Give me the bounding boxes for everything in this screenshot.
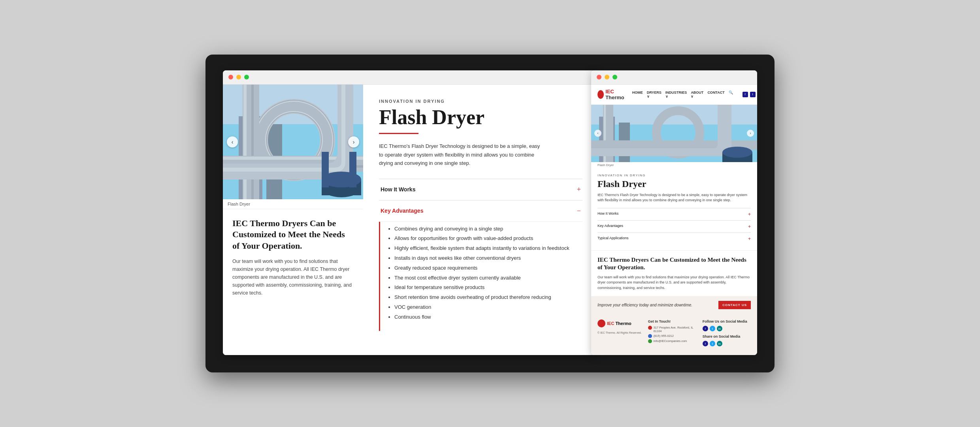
footer-share-icons: f t in	[703, 341, 751, 346]
footer-email: info@IECcompanies.com	[648, 339, 696, 343]
nav-dryers[interactable]: DRYERS ∨	[647, 91, 662, 98]
footer-share-heading: Share on Social Media	[703, 334, 751, 338]
right-customize-body: Our team will work with you to find solu…	[597, 275, 751, 291]
right-footer: IEC Thermo © IEC Thermo. All Rights Rese…	[591, 314, 757, 355]
minimize-dot-r[interactable]	[605, 75, 609, 79]
nav-about[interactable]: ABOUT ∨	[691, 91, 703, 98]
footer-logo-circle	[597, 319, 605, 327]
right-key-advantages[interactable]: Key Advantages +	[597, 220, 751, 232]
logo-circle	[597, 90, 604, 99]
footer-get-in-touch-heading: Get In Touch!	[648, 319, 696, 323]
header-social-icons: f t in	[743, 92, 757, 97]
mail-icon	[648, 339, 652, 343]
left-heading: IEC Thermo Dryers Can be Customized to M…	[232, 218, 354, 252]
right-cta-text: Improve your efficiency today and minimi…	[597, 303, 692, 307]
right-flash-title: Flash Dryer	[597, 179, 751, 189]
facebook-icon[interactable]: f	[743, 92, 748, 97]
svg-rect-9	[243, 85, 247, 199]
location-icon	[648, 326, 652, 330]
chevron-left-icon: ‹	[232, 139, 234, 145]
right-content-area: INNOVATION IN DRYING Flash Dryer IEC The…	[591, 168, 757, 250]
search-icon[interactable]: 🔍	[729, 91, 733, 98]
footer-social: Follow Us on Social Media f t in Share o…	[703, 319, 751, 350]
nav-industries[interactable]: INDUSTRIES ∨	[665, 91, 687, 98]
right-carousel-next[interactable]: ›	[747, 130, 754, 137]
close-dot[interactable]	[228, 75, 233, 79]
left-panel: ‹ › Flash Dryer IEC Thermo Dryers Can be…	[223, 85, 363, 355]
footer-follow-heading: Follow Us on Social Media	[703, 319, 751, 323]
list-item: Installs in days not weeks like other co…	[394, 254, 581, 263]
footer-address-text: 317 Peoples Ave. Rockford, IL 61104	[654, 326, 696, 333]
browser-right: IEC Thermo HOME DRYERS ∨ INDUSTRIES ∨ AB…	[591, 70, 757, 355]
how-it-works-label: How It Works	[381, 186, 415, 193]
right-navigation: IEC Thermo HOME DRYERS ∨ INDUSTRIES ∨ AB…	[591, 85, 757, 105]
left-text-section: IEC Thermo Dryers Can be Customized to M…	[223, 209, 363, 306]
share-linkedin-icon[interactable]: in	[717, 341, 722, 346]
key-advantages-header[interactable]: Key Advantages −	[379, 200, 582, 222]
right-innovation-label: INNOVATION IN DRYING	[597, 174, 751, 177]
maximize-dot[interactable]	[244, 75, 249, 79]
phone-icon	[648, 334, 652, 338]
carousel-next-button[interactable]: ›	[348, 136, 359, 147]
hero-image: ‹ ›	[223, 85, 363, 199]
list-item: Highly efficient, flexible system that a…	[394, 244, 581, 253]
right-customize-section: IEC Thermo Dryers Can be Customized to M…	[591, 250, 757, 297]
carousel-prev-button[interactable]: ‹	[227, 136, 238, 147]
list-item: Combines drying and conveying in a singl…	[394, 225, 581, 233]
left-body: Our team will work with you to find solu…	[232, 257, 354, 297]
footer-linkedin-icon[interactable]: in	[717, 326, 722, 331]
browser-bar-left	[223, 70, 598, 85]
how-it-works-header[interactable]: How It Works +	[379, 179, 582, 200]
right-key-advantages-label: Key Advantages	[597, 224, 623, 229]
svg-rect-17	[322, 152, 329, 187]
contact-us-button[interactable]: CONTACT US	[718, 301, 751, 309]
key-advantages-label: Key Advantages	[381, 208, 423, 214]
page-title: Flash Dryer	[379, 107, 582, 128]
browser-content: ‹ › Flash Dryer IEC Thermo Dryers Can be…	[223, 85, 598, 355]
right-hero-image: ‹ ›	[591, 105, 757, 162]
footer-phone: (815) 955-0212	[648, 334, 696, 338]
right-how-it-works[interactable]: How It Works +	[597, 208, 751, 220]
right-customize-heading: IEC Thermo Dryers Can be Customized to M…	[597, 256, 751, 272]
description-text: IEC Thermo's Flash Dryer Technology is d…	[379, 142, 545, 167]
chevron-right-icon: ›	[353, 139, 355, 145]
key-advantages-body: Combines drying and conveying in a singl…	[379, 222, 582, 331]
share-twitter-icon[interactable]: t	[710, 341, 715, 346]
how-it-works-section: How It Works +	[379, 179, 582, 200]
browser-left: ‹ › Flash Dryer IEC Thermo Dryers Can be…	[223, 70, 598, 355]
footer-follow-icons: f t in	[703, 326, 751, 331]
footer-twitter-icon[interactable]: t	[710, 326, 715, 331]
key-advantages-section: Key Advantages − Combines drying and con…	[379, 200, 582, 331]
footer-facebook-icon[interactable]: f	[703, 326, 708, 331]
close-dot-r[interactable]	[597, 75, 601, 79]
nav-home[interactable]: HOME	[632, 91, 643, 98]
list-item: The most cost effective dryer system cur…	[394, 274, 581, 282]
innovation-label: INNOVATION IN DRYING	[379, 99, 582, 104]
list-item: Greatly reduced space requirements	[394, 264, 581, 272]
nav-contact[interactable]: CONTACT	[707, 91, 724, 98]
right-typical-applications[interactable]: Typical Applications +	[597, 232, 751, 245]
key-advantages-list: Combines drying and conveying in a singl…	[388, 225, 581, 321]
nav-links: HOME DRYERS ∨ INDUSTRIES ∨ ABOUT ∨ CONTA…	[632, 91, 733, 98]
list-item: Short retention time avoids overheating …	[394, 293, 581, 302]
minimize-dot[interactable]	[236, 75, 241, 79]
title-underline	[379, 133, 418, 134]
maximize-dot-r[interactable]	[612, 75, 617, 79]
right-carousel-prev[interactable]: ‹	[594, 130, 601, 137]
footer-contact: Get In Touch! 317 Peoples Ave. Rockford,…	[648, 319, 696, 350]
list-item: Ideal for temperature sensitive products	[394, 283, 581, 292]
twitter-icon[interactable]: t	[750, 92, 756, 97]
image-caption: Flash Dryer	[223, 199, 363, 209]
list-item: Continuous flow	[394, 313, 581, 321]
screen-wrapper: ‹ › Flash Dryer IEC Thermo Dryers Can be…	[205, 55, 775, 373]
footer-logo-iec: IEC	[607, 321, 614, 326]
share-facebook-icon[interactable]: f	[703, 341, 708, 346]
right-desc: IEC Thermo's Flash Dryer Technology is d…	[597, 193, 751, 203]
footer-logo: IEC Thermo	[597, 319, 642, 327]
right-how-it-works-label: How It Works	[597, 212, 618, 217]
right-logo: IEC Thermo	[597, 89, 627, 100]
right-how-plus-icon: +	[748, 212, 751, 217]
svg-rect-18	[349, 152, 356, 187]
svg-rect-10	[251, 85, 254, 199]
plus-icon: +	[577, 185, 581, 194]
